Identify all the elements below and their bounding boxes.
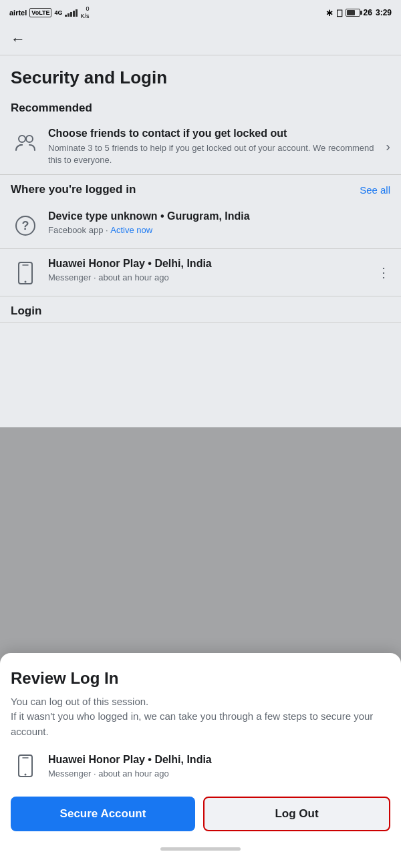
see-all-button[interactable]: See all bbox=[360, 184, 390, 196]
device-item-unknown[interactable]: ? Device type unknown • Gurugram, India … bbox=[0, 202, 401, 249]
page-title: Security and Login bbox=[11, 67, 390, 88]
trusted-friends-item[interactable]: Choose friends to contact if you get loc… bbox=[0, 119, 401, 175]
logged-in-label: Where you're logged in bbox=[11, 183, 136, 196]
battery-level: 26 bbox=[364, 8, 372, 17]
device-huawei-name: Huawei Honor Play • Delhi, India bbox=[48, 257, 377, 271]
device-unknown-name: Device type unknown • Gurugram, India bbox=[48, 210, 390, 224]
svg-point-0 bbox=[19, 136, 25, 142]
network-badge: 4G bbox=[54, 9, 62, 16]
trusted-friends-title: Choose friends to contact if you get loc… bbox=[48, 127, 380, 141]
device-huawei-app: Messenger bbox=[48, 272, 91, 282]
svg-rect-7 bbox=[19, 755, 32, 777]
friends-icon bbox=[11, 128, 40, 158]
page-title-section: Security and Login bbox=[0, 55, 401, 95]
modal-overlay: Review Log In You can log out of this se… bbox=[0, 427, 401, 868]
log-out-button[interactable]: Log Out bbox=[203, 797, 390, 831]
modal-device-app: Messenger bbox=[48, 769, 91, 779]
vibrate-icon: ⎕ bbox=[337, 8, 342, 18]
device-item-huawei[interactable]: Huawei Honor Play • Delhi, India Messeng… bbox=[0, 249, 401, 296]
svg-point-5 bbox=[25, 281, 27, 283]
status-right: ∗ ⎕ 26 3:29 bbox=[325, 7, 392, 18]
secure-account-button[interactable]: Secure Account bbox=[11, 797, 195, 831]
main-content: Security and Login Recommended Choose fr… bbox=[0, 55, 401, 322]
modal-sheet: Review Log In You can log out of this se… bbox=[0, 653, 401, 869]
back-bar: ← bbox=[0, 24, 401, 55]
status-left: airtel VoLTE 4G 0K/s bbox=[9, 5, 90, 20]
device-unknown-content: Device type unknown • Gurugram, India Fa… bbox=[48, 210, 390, 235]
login-section-partial: Login bbox=[0, 296, 401, 322]
modal-device-info: Huawei Honor Play • Delhi, India Messeng… bbox=[11, 751, 390, 781]
svg-text:?: ? bbox=[22, 219, 29, 232]
carrier-label: airtel bbox=[9, 9, 27, 17]
phone-device-icon bbox=[11, 258, 40, 288]
recommended-header: Recommended bbox=[0, 95, 401, 119]
svg-point-1 bbox=[26, 136, 33, 142]
more-options-button[interactable]: ⋮ bbox=[377, 264, 390, 280]
chevron-right-icon: › bbox=[386, 139, 390, 154]
battery-icon bbox=[346, 9, 360, 17]
device-huawei-sub: Messenger · about an hour ago bbox=[48, 272, 377, 282]
device-unknown-app: Facebook app bbox=[48, 225, 103, 235]
modal-device-sub: Messenger · about an hour ago bbox=[48, 769, 212, 779]
modal-device-details: Huawei Honor Play • Delhi, India Messeng… bbox=[48, 753, 212, 779]
bluetooth-icon: ∗ bbox=[325, 7, 333, 18]
modal-device-name: Huawei Honor Play • Delhi, India bbox=[48, 753, 212, 767]
home-pill bbox=[160, 847, 241, 851]
svg-rect-4 bbox=[19, 262, 32, 284]
battery-fill bbox=[347, 10, 356, 15]
logged-in-header: Where you're logged in See all bbox=[0, 175, 401, 202]
unknown-device-icon: ? bbox=[11, 211, 40, 240]
trusted-friends-content: Choose friends to contact if you get loc… bbox=[48, 127, 380, 166]
svg-point-8 bbox=[25, 774, 27, 776]
trusted-friends-subtitle: Nominate 3 to 5 friends to help if you g… bbox=[48, 142, 380, 166]
volte-badge: VoLTE bbox=[29, 8, 51, 18]
signal-icon bbox=[65, 9, 78, 17]
recommended-label: Recommended bbox=[11, 101, 390, 115]
time-label: 3:29 bbox=[376, 8, 392, 17]
login-section-label: Login bbox=[11, 304, 390, 318]
device-huawei-status: about an hour ago bbox=[98, 272, 169, 282]
status-bar: airtel VoLTE 4G 0K/s ∗ ⎕ 26 3:29 bbox=[0, 0, 401, 24]
home-indicator bbox=[11, 842, 390, 857]
modal-title: Review Log In bbox=[11, 669, 390, 688]
back-button[interactable]: ← bbox=[11, 31, 25, 47]
device-unknown-status: Active now bbox=[110, 225, 152, 235]
device-unknown-sub: Facebook app · Active now bbox=[48, 225, 390, 235]
data-speed: 0K/s bbox=[80, 5, 89, 20]
modal-phone-icon bbox=[11, 751, 40, 781]
modal-buttons: Secure Account Log Out bbox=[11, 797, 390, 831]
modal-description: You can log out of this session.If it wa… bbox=[11, 694, 390, 740]
modal-device-status: about an hour ago bbox=[98, 769, 169, 779]
device-huawei-content: Huawei Honor Play • Delhi, India Messeng… bbox=[48, 257, 377, 282]
